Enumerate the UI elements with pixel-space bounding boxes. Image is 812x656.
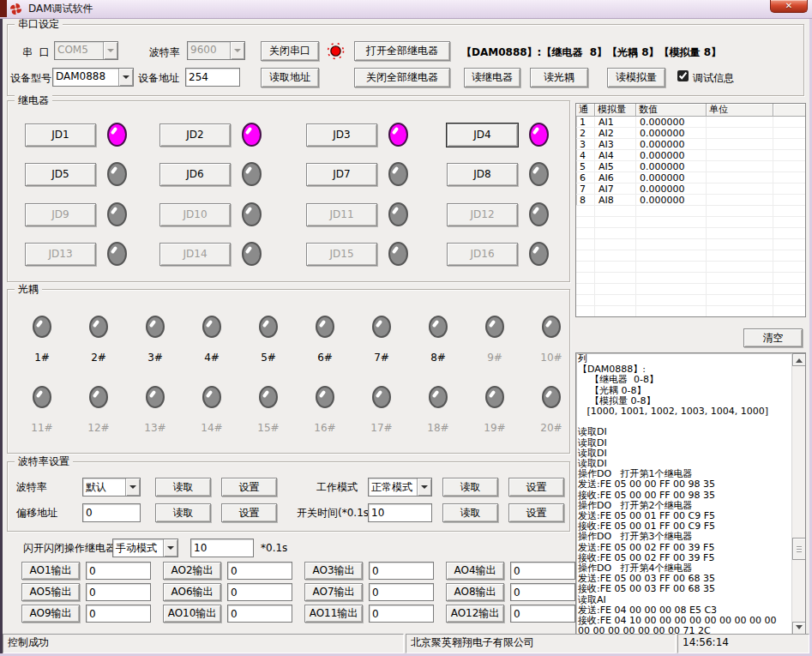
ao10-value-input[interactable] <box>227 605 292 623</box>
read-address-button[interactable]: 读取地址 <box>261 68 319 87</box>
cell-unit <box>707 161 773 172</box>
ao8-value-input[interactable] <box>510 583 575 601</box>
com-port-select[interactable]: COM5 <box>54 41 118 60</box>
ao2-value-input[interactable] <box>227 562 292 580</box>
chevron-down-icon[interactable] <box>417 478 431 496</box>
offset-address-input[interactable] <box>82 503 141 522</box>
flash-mode-select[interactable]: 手动模式 <box>112 539 178 557</box>
work-mode-set-button[interactable]: 设置 <box>508 478 564 497</box>
col-header-analog[interactable]: 模拟量 <box>595 104 636 117</box>
ao5-output-button[interactable]: AO5输出 <box>21 583 80 601</box>
cell-blank <box>773 195 805 206</box>
ao1-value-input[interactable] <box>86 562 151 580</box>
relay-led-jd12 <box>529 202 549 226</box>
relay-button-jd7[interactable]: JD7 <box>306 163 377 186</box>
ao2-output-button[interactable]: AO2输出 <box>163 562 221 580</box>
relay-button-jd8[interactable]: JD8 <box>447 163 518 186</box>
ao11-output-button[interactable]: AO11输出 <box>304 605 363 623</box>
flash-operate-label: 闪开闪闭操作继电器 <box>23 542 116 554</box>
cell-blank <box>773 139 805 150</box>
relay-button-jd5[interactable]: JD5 <box>25 163 96 186</box>
chevron-down-icon[interactable] <box>103 42 117 59</box>
close-button[interactable]: ✕ <box>770 0 808 13</box>
cell-unit <box>707 128 773 139</box>
ao6-value-input[interactable] <box>227 583 292 601</box>
col-header-channel[interactable]: 通 <box>576 104 595 117</box>
ao12-output-button[interactable]: AO12输出 <box>446 605 504 623</box>
col-header-unit[interactable]: 单位 <box>707 104 773 117</box>
chevron-down-icon[interactable] <box>230 42 244 59</box>
read-opto-button[interactable]: 读光耦 <box>530 68 588 87</box>
work-mode-read-button[interactable]: 读取 <box>442 478 498 497</box>
chevron-down-icon[interactable] <box>118 69 133 86</box>
offset-read-button[interactable]: 读取 <box>155 503 211 522</box>
col-header-value[interactable]: 数值 <box>636 104 707 117</box>
relay-led-jd4 <box>529 123 549 147</box>
cell-analog: AI4 <box>595 150 636 161</box>
baud-settings-group: 波特率设置 波特率 默认 读取 设置 工作模式 正常模式 读取 设置 偏移地址 … <box>7 461 570 532</box>
ao5-value-input[interactable] <box>86 583 151 601</box>
scroll-up-button[interactable] <box>792 353 806 366</box>
ao3-output-button[interactable]: AO3输出 <box>304 562 363 580</box>
ao8-output-button[interactable]: AO8输出 <box>446 583 504 601</box>
switch-time-read-button[interactable]: 读取 <box>442 503 498 522</box>
close-all-relays-button[interactable]: 关闭全部继电器 <box>354 68 450 87</box>
ao10-output-button[interactable]: AO10输出 <box>163 605 221 623</box>
cell-channel: 3 <box>576 139 595 150</box>
relay-button-jd6[interactable]: JD6 <box>159 163 231 186</box>
col-header-blank[interactable] <box>773 104 805 117</box>
work-mode-label: 工作模式 <box>316 481 358 493</box>
triangle-up-icon <box>796 355 803 363</box>
switch-time-input[interactable] <box>368 503 432 522</box>
flash-time-input[interactable] <box>190 539 254 557</box>
ao7-value-input[interactable] <box>369 583 434 601</box>
ao12-value-input[interactable] <box>510 605 575 623</box>
relay-button-jd2[interactable]: JD2 <box>159 123 231 147</box>
chevron-down-icon[interactable] <box>125 478 140 496</box>
relay-button-jd1[interactable]: JD1 <box>25 123 96 147</box>
ao3-value-input[interactable] <box>369 562 434 580</box>
title-bar[interactable]: DAM调试软件 ✕ <box>0 0 812 19</box>
ao1-output-button[interactable]: AO1输出 <box>21 562 80 580</box>
read-analog-button[interactable]: 读模拟量 <box>607 68 665 87</box>
scroll-down-button[interactable] <box>792 622 806 635</box>
close-serial-button[interactable]: 关闭串口 <box>261 41 319 61</box>
device-address-input[interactable] <box>185 68 240 87</box>
baud-set-button[interactable]: 设置 <box>221 478 277 497</box>
ao7-output-button[interactable]: AO7输出 <box>304 583 363 601</box>
close-icon: ✕ <box>785 2 792 10</box>
ao11-value-input[interactable] <box>369 605 434 623</box>
cell-channel: 2 <box>576 128 595 139</box>
baud-setting-select[interactable]: 默认 <box>82 478 141 497</box>
debug-info-checkbox[interactable] <box>677 70 689 81</box>
log-scrollbar[interactable] <box>791 353 805 635</box>
opto-led-5 <box>259 316 278 338</box>
log-text[interactable]: 列 【DAM0888】: 【继电器 0-8】 【光耦 0-8】 【模拟量 0-8… <box>576 353 791 635</box>
ao9-output-button[interactable]: AO9输出 <box>21 605 80 623</box>
device-model-select[interactable]: DAM0888 <box>52 68 134 87</box>
ao4-output-button[interactable]: AO4输出 <box>446 562 504 580</box>
opto-led-3 <box>146 316 165 338</box>
work-mode-select[interactable]: 正常模式 <box>368 478 432 497</box>
opto-label: 14# <box>201 422 222 434</box>
opto-group: 光耦 1# 2# 3# 4# 5# 6# 7# 8# 9# 10# 11# 12… <box>7 289 570 454</box>
baud-read-button[interactable]: 读取 <box>155 478 211 497</box>
ao-pair: AO9输出 <box>21 605 151 623</box>
offset-set-button[interactable]: 设置 <box>221 503 277 522</box>
open-all-relays-button[interactable]: 打开全部继电器 <box>354 41 450 61</box>
scrollbar-thumb[interactable] <box>792 538 806 560</box>
switch-time-set-button[interactable]: 设置 <box>508 503 564 522</box>
relay-button-jd3[interactable]: JD3 <box>306 123 377 147</box>
chevron-down-icon[interactable] <box>163 539 177 557</box>
relay-button-jd13: JD13 <box>25 243 96 266</box>
window-border-left <box>0 0 3 656</box>
clear-log-button[interactable]: 清空 <box>743 328 803 347</box>
relay-button-jd4[interactable]: JD4 <box>447 123 518 147</box>
status-bar: 控制成功 北京聚英翱翔电子有限公司 14:56:14 <box>3 634 809 653</box>
baud-rate-select[interactable]: 9600 <box>187 41 245 60</box>
ao6-output-button[interactable]: AO6输出 <box>163 583 221 601</box>
ao4-value-input[interactable] <box>510 562 575 580</box>
read-relay-button[interactable]: 读继电器 <box>464 68 520 87</box>
ao9-value-input[interactable] <box>86 605 151 623</box>
opto-led-10 <box>542 316 561 338</box>
